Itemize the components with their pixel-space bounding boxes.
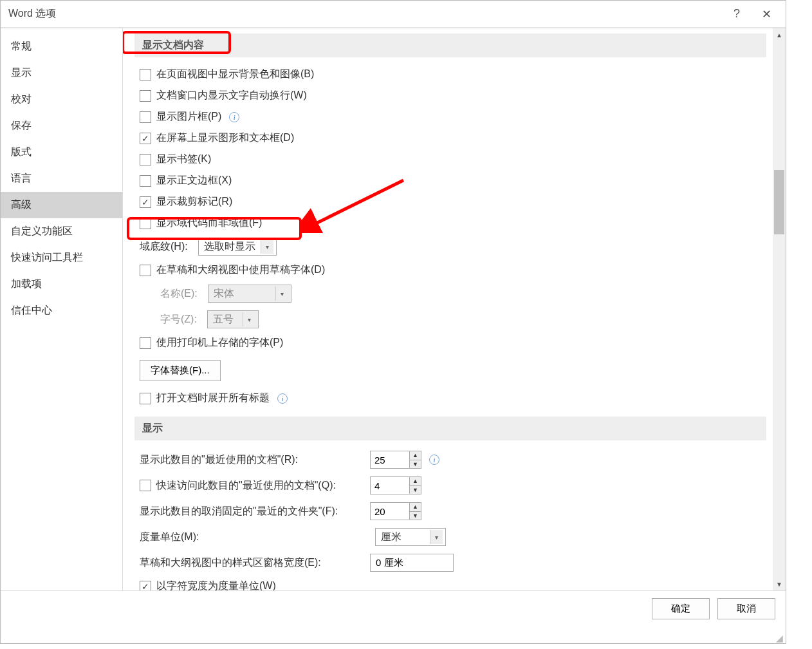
label-quick-recent: 快速访问此数目的"最近使用的文档"(Q): <box>156 479 365 493</box>
label-pic-frame: 显示图片框(P) <box>156 110 221 124</box>
sidebar-item-custom-ribbon[interactable]: 自定义功能区 <box>1 218 122 245</box>
sidebar-item-advanced[interactable]: 高级 <box>1 192 122 218</box>
label-unit: 度量单位(M): <box>140 531 365 544</box>
select-field-shade[interactable]: 选取时显示 ▾ <box>198 238 277 256</box>
checkbox-field-code[interactable] <box>140 218 151 229</box>
spinner-pinned-folders[interactable]: ▲▼ <box>370 502 421 520</box>
opt-field-code: 显示域代码而非域值(F) <box>134 212 766 234</box>
info-icon[interactable] <box>429 455 439 465</box>
scrollbar[interactable]: ▲ ▼ <box>773 28 786 590</box>
spin-down-icon[interactable]: ▼ <box>410 512 421 520</box>
label-bookmark: 显示书签(K) <box>156 153 211 166</box>
label-recent-docs: 显示此数目的"最近使用的文档"(R): <box>140 453 365 467</box>
input-style-width[interactable] <box>370 554 454 572</box>
sidebar-item-qat[interactable]: 快速访问工具栏 <box>1 245 122 271</box>
sidebar-item-general[interactable]: 常规 <box>1 33 122 60</box>
input-recent-docs[interactable] <box>371 451 409 468</box>
chevron-down-icon: ▾ <box>243 312 255 326</box>
opt-recent-docs: 显示此数目的"最近使用的文档"(R): ▲▼ <box>134 447 766 473</box>
scrollbar-thumb[interactable] <box>774 170 784 234</box>
checkbox-printer-font[interactable] <box>140 337 151 349</box>
window-title: Word 选项 <box>8 7 734 21</box>
label-font-size: 字号(Z): <box>160 313 197 326</box>
spinner-quick-recent[interactable]: ▲▼ <box>370 476 421 494</box>
sidebar-item-display[interactable]: 显示 <box>1 60 122 86</box>
checkbox-expand-head[interactable] <box>140 393 151 404</box>
opt-font-sub: 字体替换(F)... <box>134 353 766 388</box>
label-style-width: 草稿和大纲视图中的样式区窗格宽度(E): <box>140 556 365 570</box>
label-crop: 显示裁剪标记(R) <box>156 195 232 209</box>
word-options-dialog: Word 选项 ? ✕ 常规 显示 校对 保存 版式 语言 高级 自定义功能区 … <box>0 0 786 644</box>
section-header-show-content: 显示文档内容 <box>134 33 766 57</box>
label-field-shade: 域底纹(H): <box>140 240 188 254</box>
sidebar-item-language[interactable]: 语言 <box>1 165 122 192</box>
info-icon[interactable] <box>277 393 288 404</box>
checkbox-pic-frame[interactable] <box>140 111 151 123</box>
label-draft-font: 在草稿和大纲视图中使用草稿字体(D) <box>156 263 325 277</box>
checkbox-bookmark[interactable] <box>140 154 151 165</box>
opt-draw-text: 在屏幕上显示图形和文本框(D) <box>134 127 766 149</box>
opt-printer-font: 使用打印机上存储的字体(P) <box>134 332 766 353</box>
checkbox-crop[interactable] <box>140 196 151 208</box>
select-unit-value: 厘米 <box>381 531 401 544</box>
checkbox-draft-font[interactable] <box>140 265 151 276</box>
section-header-display: 显示 <box>134 417 766 440</box>
spin-down-icon[interactable]: ▼ <box>410 460 421 469</box>
label-field-code: 显示域代码而非域值(F) <box>156 216 262 230</box>
help-icon[interactable]: ? <box>734 7 740 21</box>
chevron-down-icon: ▾ <box>275 287 288 301</box>
cancel-button[interactable]: 取消 <box>717 598 775 619</box>
checkbox-quick-recent[interactable] <box>140 480 151 491</box>
resize-grip-icon[interactable]: ◢ <box>776 634 785 643</box>
opt-crop: 显示裁剪标记(R) <box>134 191 766 212</box>
spin-up-icon[interactable]: ▲ <box>410 503 421 512</box>
spin-down-icon[interactable]: ▼ <box>410 486 421 494</box>
scroll-up-arrow-icon[interactable]: ▲ <box>773 28 786 41</box>
opt-border: 显示正文边框(X) <box>134 170 766 191</box>
spin-up-icon[interactable]: ▲ <box>410 451 421 460</box>
opt-field-shade: 域底纹(H): 选取时显示 ▾ <box>134 234 766 259</box>
checkbox-wrap[interactable] <box>140 90 151 102</box>
checkbox-border[interactable] <box>140 175 151 187</box>
sidebar-item-save[interactable]: 保存 <box>1 113 122 139</box>
opt-bookmark: 显示书签(K) <box>134 149 766 170</box>
select-font-size: 五号 ▾ <box>207 310 259 328</box>
checkbox-draw-text[interactable] <box>140 133 151 144</box>
info-icon[interactable] <box>229 112 239 122</box>
opt-font-size: 字号(Z): 五号 ▾ <box>134 306 766 332</box>
spin-up-icon[interactable]: ▲ <box>410 477 421 486</box>
label-bg-image: 在页面视图中显示背景色和图像(B) <box>156 68 314 81</box>
chevron-down-icon: ▾ <box>261 240 273 254</box>
opt-draft-font: 在草稿和大纲视图中使用草稿字体(D) <box>134 259 766 281</box>
opt-style-width: 草稿和大纲视图中的样式区窗格宽度(E): <box>134 550 766 576</box>
opt-pic-frame: 显示图片框(P) <box>134 106 766 127</box>
label-font-name: 名称(E): <box>160 287 198 301</box>
close-icon[interactable]: ✕ <box>755 5 778 24</box>
scroll-down-arrow-icon[interactable]: ▼ <box>773 578 786 590</box>
opt-unit: 度量单位(M): 厘米 ▾ <box>134 524 766 550</box>
checkbox-bg-image[interactable] <box>140 69 151 80</box>
sidebar-item-proof[interactable]: 校对 <box>1 86 122 113</box>
sidebar-item-layout[interactable]: 版式 <box>1 139 122 165</box>
opt-font-name: 名称(E): 宋体 ▾ <box>134 281 766 306</box>
opt-char-unit: 以字符宽度为度量单位(W) <box>134 576 766 590</box>
sidebar-item-addins[interactable]: 加载项 <box>1 271 122 297</box>
content-pane: 显示文档内容 在页面视图中显示背景色和图像(B) 文档窗口内显示文字自动换行(W… <box>123 28 786 590</box>
sidebar-item-trust[interactable]: 信任中心 <box>1 297 122 324</box>
sidebar: 常规 显示 校对 保存 版式 语言 高级 自定义功能区 快速访问工具栏 加载项 … <box>1 28 123 590</box>
checkbox-char-unit[interactable] <box>140 581 151 591</box>
select-font-name: 宋体 ▾ <box>208 285 291 303</box>
select-unit[interactable]: 厘米 ▾ <box>375 528 446 546</box>
opt-pinned-folders: 显示此数目的取消固定的"最近的文件夹"(F): ▲▼ <box>134 498 766 524</box>
label-pinned-folders: 显示此数目的取消固定的"最近的文件夹"(F): <box>140 505 365 518</box>
input-quick-recent[interactable] <box>371 477 409 494</box>
spinner-recent-docs[interactable]: ▲▼ <box>370 451 421 469</box>
font-substitution-button[interactable]: 字体替换(F)... <box>140 360 221 381</box>
opt-bg-image: 在页面视图中显示背景色和图像(B) <box>134 64 766 85</box>
label-expand-head: 打开文档时展开所有标题 <box>156 391 270 405</box>
label-wrap: 文档窗口内显示文字自动换行(W) <box>156 89 307 102</box>
opt-quick-recent: 快速访问此数目的"最近使用的文档"(Q): ▲▼ <box>134 473 766 498</box>
ok-button[interactable]: 确定 <box>652 598 710 619</box>
opt-wrap: 文档窗口内显示文字自动换行(W) <box>134 85 766 106</box>
input-pinned-folders[interactable] <box>371 503 409 520</box>
